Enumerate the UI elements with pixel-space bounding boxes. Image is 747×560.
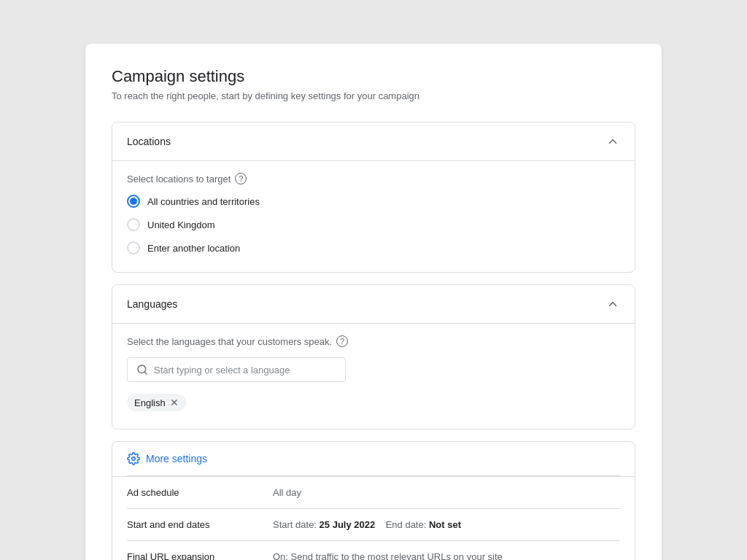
languages-header[interactable]: Languages — [112, 285, 635, 323]
main-card: Campaign settings To reach the right peo… — [85, 44, 662, 560]
language-search-input[interactable] — [154, 365, 336, 376]
languages-section: Languages Select the languages that your… — [112, 284, 635, 429]
radio-all-countries[interactable]: All countries and territories — [127, 195, 620, 208]
language-tag-english-label: English — [134, 397, 166, 408]
locations-body: Select locations to target ? All countri… — [112, 160, 635, 272]
radio-another-location-input[interactable] — [127, 241, 140, 254]
locations-radio-group: All countries and territories United Kin… — [127, 195, 620, 254]
language-search-box[interactable] — [127, 357, 346, 382]
svg-line-1 — [144, 372, 147, 374]
radio-all-countries-label: All countries and territories — [147, 196, 260, 207]
more-settings-section: More settings Ad schedule All day Start … — [112, 441, 635, 560]
locations-chevron-icon — [605, 134, 620, 149]
page-title: Campaign settings — [112, 67, 635, 86]
url-expansion-value: On: Send traffic to the most relevant UR… — [273, 541, 620, 561]
page-subtitle: To reach the right people, start by defi… — [112, 90, 635, 101]
languages-body: Select the languages that your customers… — [112, 323, 635, 429]
locations-header[interactable]: Locations — [112, 122, 635, 160]
locations-title: Locations — [127, 136, 171, 147]
locations-label: Select locations to target ? — [127, 173, 620, 184]
radio-all-countries-input[interactable] — [127, 195, 140, 208]
ad-schedule-value: All day — [273, 477, 620, 509]
radio-another-location-label: Enter another location — [147, 243, 240, 254]
locations-help-icon[interactable]: ? — [235, 173, 247, 184]
settings-table-wrap: Ad schedule All day Start and end dates … — [112, 477, 635, 560]
locations-section: Locations Select locations to target ? A… — [112, 122, 635, 273]
gear-icon — [127, 452, 140, 465]
languages-help-icon[interactable]: ? — [336, 335, 348, 347]
ad-schedule-key: Ad schedule — [127, 477, 273, 509]
radio-united-kingdom[interactable]: United Kingdom — [127, 218, 620, 231]
language-tag-english: English ✕ — [127, 394, 186, 411]
more-settings-top: More settings — [112, 442, 635, 477]
radio-united-kingdom-label: United Kingdom — [147, 219, 215, 230]
url-expansion-key: Final URL expansion — [127, 541, 273, 561]
languages-title: Languages — [127, 298, 177, 310]
settings-table: Ad schedule All day Start and end dates … — [127, 477, 620, 560]
more-settings-label[interactable]: More settings — [146, 453, 207, 464]
radio-another-location[interactable]: Enter another location — [127, 241, 620, 254]
radio-united-kingdom-input[interactable] — [127, 218, 140, 231]
dates-value: Start date: 25 July 2022 End date: Not s… — [273, 509, 620, 541]
table-row-ad-schedule: Ad schedule All day — [127, 477, 620, 509]
table-row-url-expansion: Final URL expansion On: Send traffic to … — [127, 541, 620, 561]
svg-point-2 — [132, 457, 136, 461]
more-settings-row[interactable]: More settings — [127, 442, 620, 476]
language-tag-english-close[interactable]: ✕ — [170, 397, 179, 408]
dates-key: Start and end dates — [127, 509, 273, 541]
languages-label: Select the languages that your customers… — [127, 335, 620, 347]
language-search-icon — [136, 364, 148, 376]
table-row-dates: Start and end dates Start date: 25 July … — [127, 509, 620, 541]
languages-chevron-icon — [605, 297, 620, 311]
language-tags: English ✕ — [127, 394, 620, 411]
